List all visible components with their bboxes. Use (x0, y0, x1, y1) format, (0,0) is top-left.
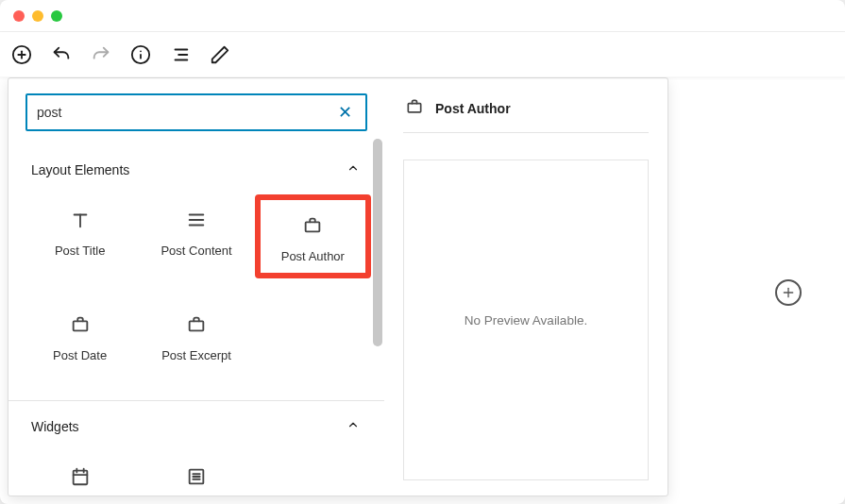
search-input[interactable] (37, 105, 334, 120)
scrollbar-thumb[interactable] (373, 139, 382, 346)
close-window-button[interactable] (13, 10, 25, 22)
undo-button[interactable] (51, 44, 72, 65)
chevron-up-icon (346, 418, 360, 434)
svg-rect-25 (408, 104, 420, 112)
preview-content: No Preview Available. (403, 160, 649, 480)
category-layout-elements-header[interactable]: Layout Elements (8, 144, 384, 194)
editor-window: ✕ Layout Elements Post Title (0, 0, 845, 504)
block-widget-list[interactable] (138, 451, 254, 496)
block-label: Post Author (281, 249, 345, 263)
add-block-button[interactable] (11, 44, 32, 65)
paragraph-icon (186, 210, 207, 230)
clear-search-button[interactable]: ✕ (334, 102, 356, 123)
minimize-window-button[interactable] (32, 10, 43, 22)
category-widgets-header[interactable]: Widgets (8, 401, 384, 451)
svg-rect-15 (73, 321, 87, 330)
block-label: Post Title (55, 244, 105, 258)
preview-header: Post Author (403, 93, 649, 133)
briefcase-icon (70, 314, 91, 335)
block-label: Post Excerpt (161, 348, 231, 362)
briefcase-icon (405, 97, 424, 119)
info-button[interactable] (130, 44, 151, 65)
layout-elements-grid: Post Title Post Content Post Author (8, 194, 384, 372)
scrollbar[interactable] (371, 139, 384, 486)
search-box[interactable]: ✕ (25, 93, 367, 131)
window-titlebar (0, 0, 845, 32)
block-label: Post Date (53, 348, 107, 362)
block-widget-calendar[interactable] (22, 451, 138, 496)
preview-empty-message: No Preview Available. (465, 313, 587, 328)
list-box-icon (186, 466, 207, 487)
block-label: Post Content (161, 244, 231, 258)
preview-title: Post Author (435, 101, 511, 116)
maximize-window-button[interactable] (51, 10, 62, 22)
briefcase-icon (186, 314, 207, 335)
block-post-title[interactable]: Post Title (22, 194, 138, 278)
block-post-author[interactable]: Post Author (255, 194, 371, 278)
editor-toolbar (0, 32, 845, 77)
outline-button[interactable] (170, 44, 191, 65)
block-inserter-panel: ✕ Layout Elements Post Title (8, 77, 668, 496)
block-list-pane: ✕ Layout Elements Post Title (8, 78, 384, 496)
add-block-inline-button[interactable] (775, 279, 802, 306)
text-icon (70, 210, 91, 230)
search-container: ✕ (8, 78, 384, 144)
chevron-up-icon (346, 161, 360, 177)
block-post-excerpt[interactable]: Post Excerpt (138, 299, 254, 372)
block-post-content[interactable]: Post Content (138, 194, 254, 278)
calendar-icon (70, 466, 91, 487)
category-widgets: Widgets (8, 400, 384, 496)
edit-button[interactable] (210, 44, 230, 65)
block-post-date[interactable]: Post Date (22, 299, 138, 372)
redo-button[interactable] (91, 44, 111, 65)
svg-rect-14 (306, 222, 320, 231)
briefcase-icon (302, 215, 323, 236)
svg-rect-16 (190, 321, 204, 330)
category-title: Layout Elements (31, 162, 129, 177)
svg-rect-17 (73, 471, 87, 485)
category-title: Widgets (31, 419, 79, 434)
block-preview-pane: Post Author No Preview Available. (384, 78, 668, 496)
widgets-grid (8, 451, 384, 496)
